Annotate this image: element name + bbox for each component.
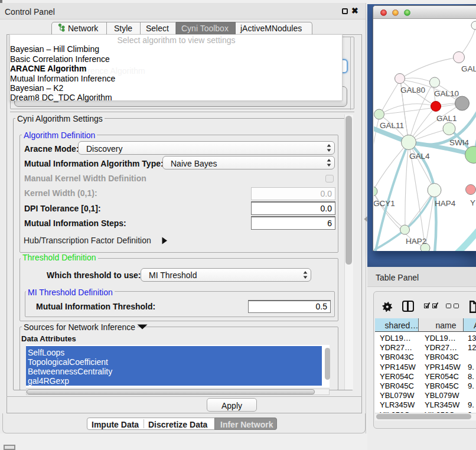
svg-text:GAL: GAL bbox=[461, 64, 476, 73]
svg-text:SWI4: SWI4 bbox=[449, 138, 469, 147]
svg-text:GAL80: GAL80 bbox=[400, 86, 425, 94]
svg-text:HAP4: HAP4 bbox=[435, 199, 456, 208]
svg-text:GAL10: GAL10 bbox=[434, 89, 459, 98]
svg-text:GAL1: GAL1 bbox=[436, 114, 457, 123]
svg-text:GCY1: GCY1 bbox=[374, 199, 395, 208]
svg-text:Y: Y bbox=[470, 198, 475, 207]
svg-text:GAL11: GAL11 bbox=[380, 121, 404, 130]
svg-text:GAL4: GAL4 bbox=[409, 152, 430, 161]
svg-text:HAP2: HAP2 bbox=[406, 237, 426, 246]
